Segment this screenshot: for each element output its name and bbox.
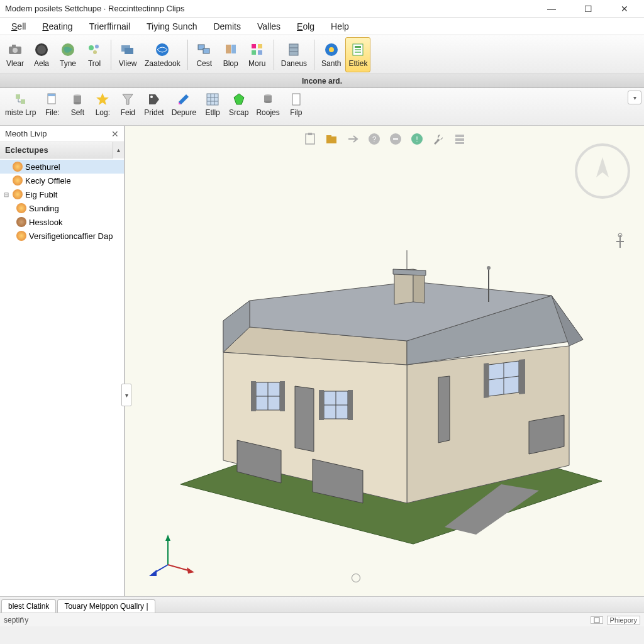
bottom-tab-strip: blest Clatink Touary Melppon Quallry | bbox=[0, 596, 644, 613]
tree-section-header[interactable]: Eclectupes ▲ bbox=[0, 142, 124, 158]
svg-rect-15 bbox=[231, 45, 236, 53]
grid2-icon bbox=[205, 92, 220, 107]
menu-tiying-sunch[interactable]: Tiying Sunch bbox=[144, 20, 199, 33]
tool-aela[interactable]: Aela bbox=[29, 37, 54, 72]
folder-icon[interactable] bbox=[323, 131, 340, 147]
panel-close-button[interactable]: ✕ bbox=[111, 129, 119, 139]
tree-item-sunding[interactable]: Sunding bbox=[0, 201, 124, 215]
panel-collapse-handle[interactable]: ▾ bbox=[121, 384, 131, 406]
house-model bbox=[149, 233, 614, 585]
menu-sell[interactable]: Sell bbox=[9, 20, 28, 33]
svg-text:?: ? bbox=[372, 135, 375, 143]
bottom-tab-1[interactable]: blest Clatink bbox=[1, 599, 56, 613]
tool-trol[interactable]: Trol bbox=[82, 37, 107, 72]
svg-point-37 bbox=[74, 102, 81, 104]
step-num1-icon[interactable]: ? bbox=[366, 131, 382, 147]
tool2-log[interactable]: Log: bbox=[91, 91, 114, 123]
tree-item-kecly-offlele[interactable]: Kecly Offlele bbox=[0, 174, 124, 187]
tool-blop[interactable]: Blop bbox=[218, 37, 243, 72]
menu-eolg[interactable]: Eolg bbox=[294, 20, 317, 33]
tool2-miste-lrp[interactable]: miste Lrp bbox=[3, 91, 38, 123]
tool2-pridet[interactable]: Pridet bbox=[142, 91, 166, 123]
north-indicator bbox=[614, 233, 626, 250]
tool-tyne[interactable]: Tyne bbox=[55, 37, 80, 72]
tool-santh[interactable]: Santh bbox=[318, 37, 344, 72]
svg-rect-10 bbox=[125, 48, 133, 54]
wrench-icon[interactable] bbox=[430, 131, 447, 147]
tool2-srcap[interactable]: Srcap bbox=[226, 91, 251, 123]
svg-rect-54 bbox=[306, 134, 314, 144]
svg-point-7 bbox=[95, 45, 99, 48]
tool2-etllp[interactable]: Etllp bbox=[201, 91, 224, 123]
tool2-filp[interactable]: Filp bbox=[285, 91, 308, 123]
close-button[interactable]: ✕ bbox=[615, 3, 634, 15]
tool2-roojes[interactable]: Roojes bbox=[253, 91, 282, 123]
page-icon bbox=[289, 92, 304, 107]
svg-rect-111 bbox=[594, 618, 599, 623]
tool-zaatedook[interactable]: Zaatedook bbox=[142, 37, 184, 72]
toolbar-overflow-button[interactable]: ▾ bbox=[628, 91, 641, 104]
tool-daneus[interactable]: Daneus bbox=[278, 37, 310, 72]
tool-vliew[interactable]: Vliew bbox=[115, 37, 140, 72]
svg-marker-90 bbox=[295, 386, 314, 452]
tree-item-hesslook[interactable]: Hesslook bbox=[0, 215, 124, 229]
arrow-right-icon[interactable] bbox=[345, 131, 361, 147]
tool2-file[interactable]: File: bbox=[41, 91, 64, 123]
tool-cest[interactable]: Cest bbox=[192, 37, 217, 72]
workspace: Meoth Livip ✕ Eclectupes ▲ Seethurel Kec… bbox=[0, 126, 644, 596]
step-num2-icon[interactable] bbox=[387, 131, 404, 147]
tool2-feid[interactable]: Feid bbox=[116, 91, 139, 123]
svg-point-11 bbox=[156, 43, 169, 56]
tool2-depure[interactable]: Depure bbox=[169, 91, 199, 123]
menu-reating[interactable]: Reating bbox=[40, 20, 75, 33]
cabinet-icon bbox=[286, 42, 302, 58]
tool-moru[interactable]: Moru bbox=[245, 37, 270, 72]
tree-node-icon bbox=[13, 189, 23, 199]
svg-point-84 bbox=[487, 266, 491, 270]
document-tab-label[interactable]: Incone ard. bbox=[302, 77, 342, 86]
can-icon bbox=[70, 92, 85, 107]
status-indicator[interactable] bbox=[591, 616, 603, 624]
tool-vlear[interactable]: Vlear bbox=[3, 37, 28, 72]
sparkle-icon bbox=[86, 42, 103, 58]
scroll-up-button[interactable]: ▲ bbox=[113, 142, 124, 158]
status-right-label[interactable]: Phiepory bbox=[607, 616, 640, 625]
minimize-button[interactable]: — bbox=[542, 3, 561, 15]
window-title: Modem posilets Settchupe · Reccinttectin… bbox=[5, 4, 542, 13]
tree-item-versifigetioncaffier-dap[interactable]: Versifigetioncaffier Dap bbox=[0, 229, 124, 243]
svg-marker-103 bbox=[519, 359, 525, 394]
toolbar-separator bbox=[314, 40, 314, 70]
tree-item-eig-fublt[interactable]: ⊟Eig Fublt bbox=[0, 187, 124, 201]
stack2-icon[interactable] bbox=[452, 131, 468, 147]
svg-marker-39 bbox=[123, 94, 133, 104]
svg-rect-95 bbox=[348, 390, 353, 420]
svg-rect-89 bbox=[280, 381, 285, 411]
tree-node-icon bbox=[16, 231, 26, 241]
svg-rect-30 bbox=[21, 99, 25, 104]
axis-gizmo[interactable] bbox=[149, 527, 199, 577]
compass-widget[interactable] bbox=[575, 143, 630, 199]
svg-rect-63 bbox=[455, 135, 464, 137]
svg-rect-88 bbox=[251, 381, 256, 411]
tree-item-seethurel[interactable]: Seethurel bbox=[0, 160, 124, 174]
menu-help[interactable]: Help bbox=[328, 20, 352, 33]
svg-rect-16 bbox=[252, 44, 256, 48]
maximize-button[interactable]: ☐ bbox=[579, 3, 597, 15]
panel-header: Meoth Livip ✕ bbox=[0, 126, 124, 142]
svg-point-52 bbox=[264, 101, 272, 103]
svg-rect-53 bbox=[292, 94, 300, 105]
funnel-icon bbox=[120, 92, 135, 107]
menu-demits[interactable]: Demits bbox=[211, 20, 243, 33]
tree-collapse-icon[interactable]: ⊟ bbox=[4, 191, 10, 198]
svg-marker-42 bbox=[179, 94, 189, 104]
svg-point-4 bbox=[37, 45, 46, 54]
tool2-seft[interactable]: Seft bbox=[66, 91, 89, 123]
step-num3-icon[interactable]: ! bbox=[409, 131, 425, 147]
menu-trierffirnail[interactable]: Trierffirnail bbox=[87, 20, 133, 33]
tool-ettiek[interactable]: Ettiek bbox=[345, 37, 370, 72]
bottom-tab-2[interactable]: Touary Melppon Quallry | bbox=[57, 599, 155, 613]
viewport-3d[interactable]: ▾ ? ! bbox=[125, 126, 644, 596]
pencil-icon bbox=[176, 92, 191, 107]
menu-valles[interactable]: Valles bbox=[255, 20, 283, 33]
clipboard-icon[interactable] bbox=[302, 131, 318, 147]
